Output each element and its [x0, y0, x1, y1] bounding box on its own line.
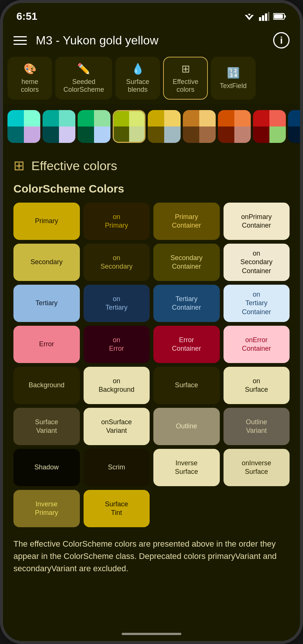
page-title: M3 - Yukon gold yellow — [36, 34, 264, 47]
cell-on-error[interactable]: onError — [84, 326, 150, 363]
tab-theme[interactable]: 🎨 hemecolors — [7, 57, 52, 100]
swatch-6[interactable] — [183, 110, 216, 143]
cell-on-tertiary[interactable]: onTertiary — [84, 285, 150, 322]
theme-icon: 🎨 — [24, 63, 37, 75]
cell-background[interactable]: Background — [13, 367, 80, 404]
cell-surface-variant[interactable]: SurfaceVariant — [13, 408, 80, 445]
cell-primary[interactable]: Primary — [13, 203, 80, 240]
status-bar: 6:51 — [3, 3, 300, 27]
swatch-5[interactable] — [148, 110, 181, 143]
color-grid-row7: Shadow Scrim InverseSurface onInverseSur… — [13, 449, 290, 486]
cell-error-container[interactable]: ErrorContainer — [153, 326, 220, 363]
cell-secondary[interactable]: Secondary — [13, 244, 80, 281]
cell-surface-tint[interactable]: SurfaceTint — [84, 490, 150, 527]
seeded-icon: ✏️ — [77, 63, 90, 75]
cell-on-surface[interactable]: onSurface — [224, 367, 290, 404]
phone-frame: 6:51 M3 - Yukon gold yello — [0, 0, 303, 644]
color-grid-row4: Error onError ErrorContainer onErrorCont… — [13, 326, 290, 363]
color-swatches-row — [3, 104, 300, 149]
cell-shadow[interactable]: Shadow — [13, 449, 80, 486]
cell-inverse-surface[interactable]: InverseSurface — [153, 449, 220, 486]
color-grid-row1: Primary onPrimary PrimaryContainer onPri… — [13, 203, 290, 240]
cell-surface[interactable]: Surface — [153, 367, 220, 404]
cell-on-surface-variant[interactable]: onSurfaceVariant — [84, 408, 150, 445]
svg-rect-6 — [268, 12, 269, 21]
color-grid-row8: InversePrimary SurfaceTint — [13, 490, 290, 527]
textfield-icon: 🔢 — [227, 67, 240, 79]
section-header: ⊞ Effective colors — [13, 158, 290, 173]
cell-outline[interactable]: Outline — [153, 408, 220, 445]
cell-tertiary-container[interactable]: TertiaryContainer — [153, 285, 220, 322]
swatch-8[interactable] — [253, 110, 286, 143]
swatch-9[interactable] — [288, 110, 300, 143]
tab-surface-label: Surfaceblends — [126, 78, 149, 94]
tab-effective[interactable]: ⊞ Effectivecolors — [163, 57, 208, 100]
footer-text: The effective ColorScheme colors are pre… — [13, 538, 290, 582]
tab-seeded-label: SeededColorScheme — [63, 78, 104, 94]
top-bar: M3 - Yukon gold yellow i — [3, 27, 300, 54]
swatch-3[interactable] — [78, 110, 110, 143]
signal-icon — [259, 12, 269, 21]
cell-outline-variant[interactable]: OutlineVariant — [224, 408, 290, 445]
wifi-icon — [243, 12, 255, 21]
tab-theme-label: hemecolors — [21, 78, 39, 94]
svg-rect-3 — [259, 17, 261, 21]
swatch-4[interactable] — [113, 110, 146, 143]
section-icon: ⊞ — [13, 158, 25, 173]
swatch-2[interactable] — [43, 110, 75, 143]
tab-seeded[interactable]: ✏️ SeededColorScheme — [55, 57, 112, 100]
cell-secondary-container[interactable]: SecondaryContainer — [153, 244, 220, 281]
tab-effective-label: Effectivecolors — [173, 78, 199, 94]
cell-on-secondary[interactable]: onSecondary — [84, 244, 150, 281]
cell-on-inverse-surface[interactable]: onInverseSurface — [224, 449, 290, 486]
color-grid-row3: Tertiary onTertiary TertiaryContainer on… — [13, 285, 290, 322]
svg-rect-9 — [274, 14, 283, 19]
cell-on-primary[interactable]: onPrimary — [84, 203, 150, 240]
tab-bar: 🎨 hemecolors ✏️ SeededColorScheme 💧 Surf… — [3, 54, 300, 104]
status-icons — [243, 12, 287, 21]
cell-on-background[interactable]: onBackground — [84, 367, 150, 404]
home-indicator — [122, 633, 181, 635]
swatch-1[interactable] — [7, 110, 40, 143]
status-time: 6:51 — [16, 10, 37, 22]
color-grid-row2: Secondary onSecondary SecondaryContainer… — [13, 244, 290, 281]
cell-on-error-container[interactable]: onErrorContainer — [224, 326, 290, 363]
swatch-7[interactable] — [218, 110, 251, 143]
effective-icon: ⊞ — [181, 63, 190, 75]
color-grid-row6: SurfaceVariant onSurfaceVariant Outline … — [13, 408, 290, 445]
cell-error[interactable]: Error — [13, 326, 80, 363]
cell-tertiary[interactable]: Tertiary — [13, 285, 80, 322]
tab-textfield[interactable]: 🔢 TextField — [211, 57, 256, 100]
main-content: ⊞ Effective colors ColorScheme Colors Pr… — [3, 149, 300, 644]
surface-icon: 💧 — [131, 63, 144, 75]
cell-on-primary-container[interactable]: onPrimaryContainer — [224, 203, 290, 240]
battery-icon — [273, 13, 287, 20]
tab-surface[interactable]: 💧 Surfaceblends — [115, 57, 160, 100]
cell-primary-container[interactable]: PrimaryContainer — [153, 203, 220, 240]
cell-on-tertiary-container[interactable]: onTertiaryContainer — [224, 285, 290, 322]
svg-rect-5 — [265, 13, 267, 21]
svg-rect-8 — [284, 15, 286, 18]
info-button[interactable]: i — [273, 32, 290, 49]
cell-scrim[interactable]: Scrim — [84, 449, 150, 486]
cell-on-secondary-container[interactable]: onSecondaryContainer — [224, 244, 290, 281]
tab-textfield-label: TextField — [220, 82, 247, 90]
colorscheme-title: ColorScheme Colors — [13, 182, 290, 195]
hamburger-menu[interactable] — [13, 36, 27, 45]
cell-inverse-primary[interactable]: InversePrimary — [13, 490, 80, 527]
section-title: Effective colors — [31, 159, 117, 173]
color-grid-row5: Background onBackground Surface onSurfac… — [13, 367, 290, 404]
svg-rect-4 — [262, 15, 264, 21]
